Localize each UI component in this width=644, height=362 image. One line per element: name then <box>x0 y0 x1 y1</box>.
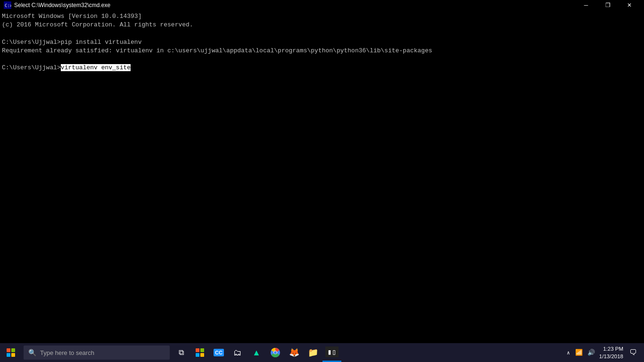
wifi-icon[interactable]: 📶 <box>574 348 584 357</box>
notification-icon: 🗨 <box>629 348 637 357</box>
tray-expand-button[interactable]: ∧ <box>566 349 571 357</box>
firefox-icon: 🦊 <box>289 347 299 358</box>
cc-icon: CC <box>214 349 224 356</box>
svg-text:C:>: C:> <box>5 3 11 8</box>
chrome-icon <box>271 348 280 357</box>
volume-icon[interactable]: 🔊 <box>586 348 596 357</box>
tray-icons: 📶 🔊 <box>574 348 596 357</box>
terminal-body[interactable]: Microsoft Windows [Version 10.0.14393] (… <box>0 10 644 343</box>
ms-store-icon <box>196 348 204 357</box>
window-title: Select C:\Windows\system32\cmd.exe <box>14 2 110 8</box>
line-4: C:\Users\Ujjwal>pip install virtualenv <box>2 38 642 47</box>
line-5: Requirement already satisfied: virtualen… <box>2 47 642 55</box>
search-bar[interactable]: 🔍 Type here to search <box>24 346 170 360</box>
cmd-taskbar-icon: ▮▯ <box>325 346 338 357</box>
svg-point-4 <box>274 351 277 354</box>
cmd-app-icon: C:> <box>4 1 11 9</box>
title-bar-left: C:> Select C:\Windows\system32\cmd.exe <box>4 1 110 9</box>
clock-date: 1/13/2018 <box>599 353 623 360</box>
close-button[interactable]: ✕ <box>619 0 640 10</box>
notification-button[interactable]: 🗨 <box>626 343 640 362</box>
line-3 <box>2 29 642 38</box>
line-1: Microsoft Windows [Version 10.0.14393] <box>2 12 642 21</box>
cmd-taskbar-button[interactable]: ▮▯ <box>322 343 341 362</box>
file-explorer-button[interactable]: 🗂 <box>228 343 247 362</box>
ms-store-button[interactable] <box>190 343 209 362</box>
file-explorer-icon: 🗂 <box>233 348 242 358</box>
taskbar: 🔍 Type here to search ⧉ CC 🗂 ▲ <box>0 343 644 362</box>
clock[interactable]: 1:23 PM 1/13/2018 <box>599 345 623 360</box>
chrome-button[interactable] <box>266 343 285 362</box>
search-placeholder-text: Type here to search <box>40 349 94 356</box>
pycharm-button[interactable]: ▲ <box>247 343 266 362</box>
minimize-button[interactable]: ─ <box>575 0 597 10</box>
pycharm-icon: ▲ <box>252 348 261 358</box>
windows-logo-icon <box>7 348 15 357</box>
folder-button[interactable]: 📁 <box>304 343 322 362</box>
cmd-icon: C:> <box>4 1 11 9</box>
search-icon: 🔍 <box>28 349 36 357</box>
restore-button[interactable]: ❐ <box>597 0 619 10</box>
line-7: C:\Users\Ujjwal>virtualenv env_site <box>2 64 642 72</box>
taskbar-icons: ⧉ CC 🗂 ▲ <box>172 343 341 362</box>
firefox-button[interactable]: 🦊 <box>285 343 304 362</box>
windows-logo-grid <box>7 348 15 357</box>
tray-area: ∧ 📶 🔊 1:23 PM 1/13/2018 🗨 <box>566 343 644 362</box>
title-bar-controls: ─ ❐ ✕ <box>575 0 640 10</box>
title-bar: C:> Select C:\Windows\system32\cmd.exe ─… <box>0 0 644 10</box>
start-button[interactable] <box>0 343 22 362</box>
line-2: (c) 2016 Microsoft Corporation. All righ… <box>2 21 642 29</box>
task-view-icon: ⧉ <box>179 348 184 357</box>
clock-time: 1:23 PM <box>599 345 623 353</box>
task-view-button[interactable]: ⧉ <box>172 343 190 362</box>
folder-icon: 📁 <box>308 347 318 358</box>
current-command: virtualenv env_site <box>61 64 131 71</box>
cc-app-button[interactable]: CC <box>209 343 228 362</box>
line-6 <box>2 55 642 64</box>
